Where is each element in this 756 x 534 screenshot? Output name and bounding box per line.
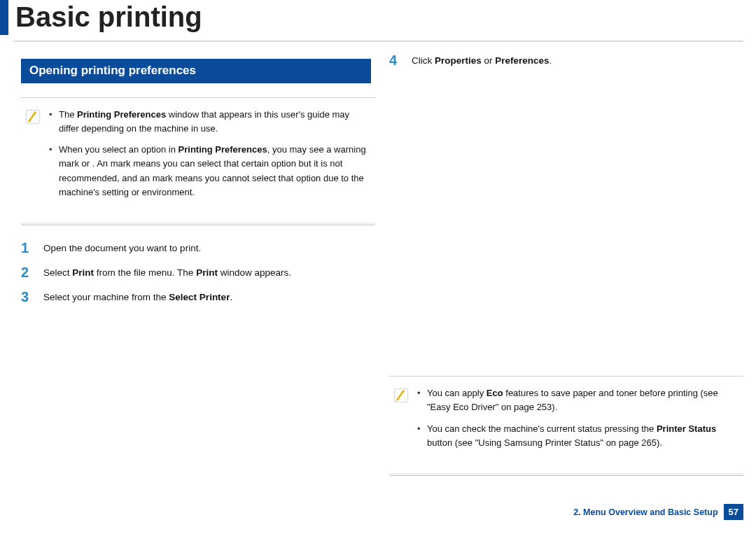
note-box-right: You can apply Eco features to save paper… [389,376,743,476]
step-text: Click Properties or Preferences. [412,53,552,68]
note-row: You can apply Eco features to save paper… [392,386,738,457]
right-column: 4 Click Properties or Preferences. [389,59,743,491]
text-bold: Printing Preferences [77,109,166,120]
text: When you select an option in [59,144,178,155]
note-item: When you select an option in Printing Pr… [49,143,370,199]
title-wrap: Basic printing [0,0,743,35]
text: The [59,109,77,120]
text: button (see "Using Samsung Printer Statu… [427,437,662,448]
step-number: 1 [21,241,34,255]
note-row: The Printing Preferences window that app… [24,108,370,206]
text: from the file menu. The [94,267,196,278]
text-bold: Select Printer [169,292,230,302]
note-box-left: The Printing Preferences window that app… [21,97,375,225]
step-3: 3 Select your machine from the Select Pr… [21,290,375,304]
footer-chapter: 2. Menu Overview and Basic Setup [573,504,718,520]
text-bold: Printing Preferences [178,144,267,155]
text-bold: Print [196,267,218,278]
text: You can apply [427,388,486,398]
text: . An [92,158,111,169]
title-divider [13,41,743,42]
note-icon [392,386,412,457]
text: . [230,292,232,302]
text-bold: Preferences [495,55,549,66]
title-accent-bar [0,0,8,35]
text: Select your machine from the [43,292,169,302]
text: You can check the machine's current stat… [427,423,657,434]
step-number: 4 [389,53,402,68]
step-text: Select your machine from the Select Prin… [43,290,232,304]
note-item: The Printing Preferences window that app… [49,108,370,136]
step-number: 2 [21,265,34,280]
text: window appears. [218,267,291,278]
footer: 2. Menu Overview and Basic Setup 57 [573,504,743,520]
page-title: Basic printing [15,0,202,35]
step-text: Open the document you want to print. [43,241,201,255]
text-bold: Eco [486,388,503,398]
note-item: You can check the machine's current stat… [417,422,738,450]
note-item: You can apply Eco features to save paper… [417,386,738,414]
page: Basic printing Opening printing preferen… [0,0,756,534]
text: or [482,55,496,66]
left-column: Opening printing preferences The Printin… [21,59,375,491]
text: or [82,158,92,169]
text-bold: Properties [435,55,482,66]
text-bold: Print [72,267,94,278]
columns: Opening printing preferences The Printin… [0,59,743,491]
text: . [550,55,552,66]
note-icon [24,108,43,206]
step-number: 3 [21,290,34,304]
note-list-left: The Printing Preferences window that app… [49,108,370,206]
step-2: 2 Select Print from the file menu. The P… [21,265,375,280]
section-title: Opening printing preferences [21,59,371,83]
footer-page-number: 57 [724,504,743,520]
step-4: 4 Click Properties or Preferences. [389,53,743,68]
text-bold: Printer Status [657,423,716,434]
note-list-right: You can apply Eco features to save paper… [417,386,738,457]
step-text: Select Print from the file menu. The Pri… [43,265,291,280]
text: Click [412,55,435,66]
step-1: 1 Open the document you want to print. [21,241,375,255]
text: Select [43,267,72,278]
